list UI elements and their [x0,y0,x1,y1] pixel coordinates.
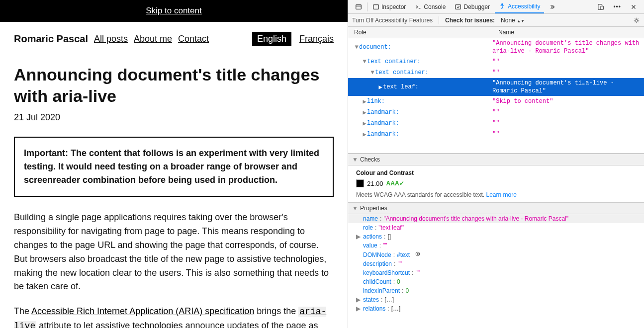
property-row[interactable]: name: "Announcing document's title chang… [348,214,644,223]
color-swatch [356,179,364,187]
property-row[interactable]: childCount: 0 [348,277,644,286]
nav-about[interactable]: About me [134,34,172,44]
check-issues-select[interactable]: None ▲▼ [501,17,525,24]
svg-rect-2 [456,4,461,9]
responsive-mode-button[interactable] [593,0,608,13]
tab-overflow[interactable] [545,0,560,13]
property-key: actions [363,233,382,240]
turn-off-accessibility-button[interactable]: Turn Off Accessibility Features [352,17,433,24]
property-row[interactable]: ▶actions: [] [348,232,644,241]
console-icon [415,3,422,10]
accessibility-icon [499,3,506,10]
tree-twisty[interactable]: ▼ [354,44,359,51]
checks-twisty[interactable]: ▼ [352,156,357,163]
property-row[interactable]: keyboardShortcut: "" [348,268,644,277]
responsive-icon [597,3,604,10]
more-button[interactable]: ••• [609,0,625,13]
property-twisty[interactable]: ▶ [356,296,361,303]
property-value: "" [383,242,387,249]
tree-row[interactable]: ▼ text container:"" [348,56,644,67]
property-row[interactable]: description: "" [348,259,644,268]
properties-area[interactable]: name: "Announcing document's title chang… [348,214,644,328]
close-button[interactable] [626,0,641,13]
nav-all-posts[interactable]: All posts [94,34,128,44]
property-row[interactable]: value: "" [348,241,644,250]
property-value: […] [391,305,401,312]
wcag-text: Meets WCAG AAA standards for accessible … [356,191,636,198]
devtools-tab-bar: Inspector Console Debugger Accessibility… [348,0,644,14]
nav-contact[interactable]: Contact [178,34,209,44]
settings-icon[interactable] [633,17,640,24]
property-row[interactable]: ▶relations: […] [348,304,644,313]
tree-row[interactable]: ▼ document:"Announcing document's title … [348,38,644,56]
tree-twisty[interactable]: ▼ [370,69,375,76]
node-picker-icon[interactable] [415,251,421,258]
tree-twisty[interactable]: ▶ [378,83,383,91]
tree-row[interactable]: ▼ text container:"" [348,67,644,78]
debugger-icon [455,3,461,10]
contrast-ratio: 21.00 [367,180,383,187]
tab-debugger[interactable]: Debugger [451,0,494,13]
tree-row[interactable]: ▶ landmark:"" [348,107,644,118]
aria-spec-link[interactable]: Accessible Rich Internet Application (AR… [31,306,254,316]
tree-row[interactable]: ▶ landmark:"" [348,129,644,140]
property-row[interactable]: DOMNode: #text [348,250,644,259]
iframe-picker-button[interactable] [351,0,366,13]
property-key: indexInParent [363,287,400,294]
accessibility-subbar: Turn Off Accessibility Features Check fo… [348,14,644,27]
svg-rect-0 [356,4,362,9]
tree-twisty[interactable]: ▶ [362,120,367,127]
tree-name: "" [492,69,644,76]
property-row[interactable]: ▶states: […] [348,295,644,304]
tree-role: text leaf: [383,83,419,90]
tree-row[interactable]: ▶ link:"Skip to content" [348,96,644,107]
tree-twisty[interactable]: ▶ [362,131,367,138]
tab-inspector[interactable]: Inspector [368,0,410,13]
property-value: 0 [405,287,409,294]
tree-role: landmark: [367,109,399,116]
tree-role: landmark: [367,131,399,138]
svg-point-8 [417,253,418,254]
property-value: "" [397,260,402,267]
tree-twisty[interactable]: ▼ [362,58,367,65]
tree-role: text container: [367,58,421,65]
tree-row[interactable]: ▶ landmark:"" [348,118,644,129]
tree-row[interactable]: ▶ text leaf:"Announcing document's ti…a-… [348,78,644,96]
property-key: value [363,242,377,249]
properties-twisty[interactable]: ▼ [352,205,357,212]
accessibility-tree[interactable]: ▼ document:"Announcing document's title … [348,38,644,154]
lang-english[interactable]: English [252,32,291,46]
property-row[interactable]: indexInParent: 0 [348,286,644,295]
property-value: [] [387,233,391,240]
property-value: #text [397,251,410,258]
property-twisty[interactable]: ▶ [356,305,361,312]
header-role: Role [354,29,498,36]
properties-header[interactable]: ▼ Properties [348,202,644,214]
tree-twisty[interactable]: ▶ [362,98,367,105]
learn-more-link[interactable]: Learn more [486,191,516,198]
tab-accessibility[interactable]: Accessibility [495,0,544,13]
tree-name: "" [492,58,644,65]
article-date: 21 Jul 2020 [14,112,334,123]
checks-area: Colour and Contrast 21.00 AAA✓ Meets WCA… [348,165,644,202]
tab-console[interactable]: Console [411,0,450,13]
property-row[interactable]: role: "text leaf" [348,223,644,232]
tree-name: "Announcing document's ti…a-live - Romar… [492,79,644,95]
checks-header[interactable]: ▼ Checks [348,154,644,165]
kebab-icon: ••• [613,3,621,10]
svg-rect-5 [601,6,603,9]
chevron-double-right-icon [549,3,556,10]
property-value: […] [384,296,394,303]
property-twisty[interactable]: ▶ [356,233,361,240]
tree-role: landmark: [367,120,399,127]
tree-twisty[interactable]: ▶ [362,109,367,116]
devtools-panel: Inspector Console Debugger Accessibility… [348,0,644,328]
lang-francais[interactable]: Français [299,34,334,44]
skip-to-content-bar[interactable]: Skip to content [0,0,348,22]
skip-link[interactable]: Skip to content [146,6,201,15]
tree-headers: Role Name [348,27,644,38]
property-key: description [363,260,392,267]
site-brand[interactable]: Romaric Pascal [14,33,88,45]
property-key: states [363,296,379,303]
property-value: 0 [397,278,400,285]
